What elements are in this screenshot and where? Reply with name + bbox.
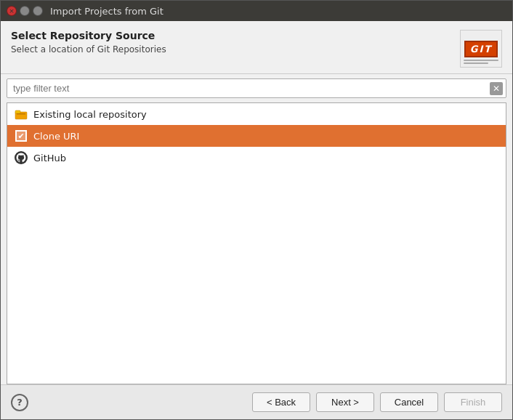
filter-area: ✕ (1, 74, 512, 102)
filter-clear-button[interactable]: ✕ (490, 82, 503, 95)
github-label: GitHub (33, 153, 66, 163)
git-logo-text: GIT (464, 41, 498, 57)
next-button[interactable]: Next > (316, 392, 374, 412)
help-button[interactable]: ? (11, 394, 28, 411)
github-icon (15, 151, 28, 164)
existing-local-label: Existing local repository (33, 109, 147, 120)
svg-rect-1 (15, 110, 20, 113)
clone-uri-label: Clone URI (33, 131, 79, 142)
git-logo: GIT (460, 30, 502, 68)
header-section: Select Repository Source Select a locati… (1, 21, 512, 74)
back-button[interactable]: < Back (252, 392, 310, 412)
header-text: Select Repository Source Select a locati… (11, 30, 166, 54)
dialog-content: Select Repository Source Select a locati… (1, 21, 512, 419)
list-item[interactable]: GitHub (7, 147, 506, 169)
header-title: Select Repository Source (11, 30, 166, 41)
maximize-button[interactable] (33, 6, 43, 16)
finish-button[interactable]: Finish (444, 392, 502, 412)
filter-input[interactable] (10, 79, 490, 97)
cancel-button[interactable]: Cancel (380, 392, 438, 412)
list-item[interactable]: Existing local repository (7, 103, 506, 125)
titlebar: × Import Projects from Git (1, 1, 512, 21)
minimize-button[interactable] (20, 6, 30, 16)
close-button[interactable]: × (7, 6, 17, 16)
filter-input-wrap: ✕ (7, 78, 506, 98)
svg-rect-2 (17, 113, 25, 115)
list-item[interactable]: ✔ Clone URI (7, 125, 506, 147)
existing-local-icon (15, 108, 28, 121)
window-title: Import Projects from Git (50, 6, 163, 17)
clone-uri-icon: ✔ (15, 129, 28, 142)
dialog-window: × Import Projects from Git Select Reposi… (0, 0, 513, 420)
repository-list: Existing local repository ✔ Clone URI (7, 102, 506, 384)
header-subtitle: Select a location of Git Repositories (11, 44, 166, 54)
bottom-bar: ? < Back Next > Cancel Finish (1, 384, 512, 419)
title-buttons: × (7, 6, 43, 16)
